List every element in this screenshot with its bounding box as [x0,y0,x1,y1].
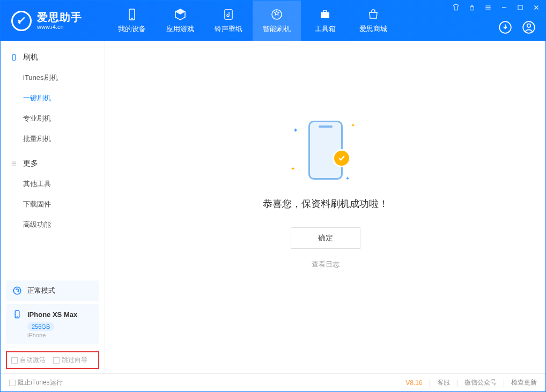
svg-rect-4 [321,12,329,18]
tab-label: 工具箱 [315,24,336,34]
sparkle-icon: ✦ [293,127,298,134]
status-mode-box[interactable]: 正常模式 [6,280,99,301]
logo-area: 爱思助手 www.i4.cn [1,11,108,31]
tab-label: 爱思商城 [359,24,387,34]
section-header-label: 更多 [23,159,38,168]
svg-point-16 [527,24,531,28]
device-type: iPhone [27,332,93,338]
sidebar-item-advanced[interactable]: 高级功能 [1,215,105,235]
svg-rect-6 [470,7,474,10]
footer-link-wechat[interactable]: 微信公众号 [464,378,497,387]
tab-label: 应用游戏 [166,24,194,34]
tab-my-device[interactable]: 我的设备 [108,1,156,41]
device-name: iPhone XS Max [27,310,77,319]
sparkle-icon: ✦ [345,175,350,181]
status-mode-label: 正常模式 [27,286,55,295]
svg-rect-5 [323,11,327,12]
opt-skip-guide[interactable]: 跳过向导 [53,356,87,365]
phone-icon [12,309,22,319]
svg-rect-2 [225,10,232,19]
view-log-link[interactable]: 查看日志 [312,260,340,269]
bottom-options-highlighted: 自动激活 跳过向导 [6,351,99,369]
sidebar-item-itunes-flash[interactable]: iTunes刷机 [1,68,105,88]
app-subtitle: www.i4.cn [37,24,82,31]
checkbox[interactable] [11,357,18,364]
footer-link-update[interactable]: 检查更新 [511,378,537,387]
app-logo-icon [11,11,32,31]
header-right-icons [498,20,536,34]
svg-rect-11 [518,5,522,10]
app-header: 爱思助手 www.i4.cn 我的设备 应用游戏 铃声壁纸 智能刷机 工具箱 爱… [1,1,545,41]
tab-store[interactable]: 爱思商城 [349,1,397,41]
main-content: ✦ ✦ ✦ ✦ 恭喜您，保资料刷机成功啦！ 确定 查看日志 [105,41,545,373]
section-header-label: 刷机 [23,53,38,62]
checkbox[interactable] [9,380,16,386]
window-controls [452,4,540,11]
tab-ringtones-wallpapers[interactable]: 铃声壁纸 [204,1,253,41]
success-illustration: ✦ ✦ ✦ ✦ [291,118,360,182]
sidebar-section-more: 更多 [1,153,105,174]
tab-label: 智能刷机 [263,24,291,34]
success-message: 恭喜您，保资料刷机成功啦！ [263,197,388,210]
device-box[interactable]: iPhone XS Max 256GB iPhone [6,304,99,344]
close-icon[interactable] [533,4,540,11]
menu-icon[interactable] [484,4,492,11]
nav-tabs: 我的设备 应用游戏 铃声壁纸 智能刷机 工具箱 爱思商城 [108,1,397,41]
shirt-icon[interactable] [452,4,460,11]
svg-point-21 [13,287,21,294]
footer: 阻止iTunes运行 V8.16 | 客服 | 微信公众号 | 检查更新 [1,373,545,391]
device-storage: 256GB [27,322,54,331]
sidebar-item-pro-flash[interactable]: 专业刷机 [1,108,105,129]
sidebar-item-download-firmware[interactable]: 下载固件 [1,194,105,215]
check-badge-icon [333,149,351,167]
sparkle-icon: ✦ [351,122,355,128]
maximize-icon[interactable] [517,4,524,11]
sidebar: 刷机 iTunes刷机 一键刷机 专业刷机 批量刷机 更多 其他工具 下载固件 … [1,41,105,373]
sparkle-icon: ✦ [291,166,295,172]
opt-label: 自动激活 [20,356,46,365]
opt-block-itunes[interactable]: 阻止iTunes运行 [9,378,63,387]
sidebar-item-other-tools[interactable]: 其他工具 [1,174,105,194]
tab-label: 我的设备 [118,24,146,34]
footer-link-support[interactable]: 客服 [437,378,450,387]
lock-icon[interactable] [468,4,476,11]
tab-smart-flash[interactable]: 智能刷机 [253,1,301,41]
list-icon [10,160,18,167]
sync-icon [12,286,22,295]
user-icon[interactable] [522,20,536,34]
confirm-button[interactable]: 确定 [291,227,360,249]
opt-auto-activate[interactable]: 自动激活 [11,356,46,365]
tab-toolbox[interactable]: 工具箱 [301,1,349,41]
device-icon [10,54,18,61]
app-title: 爱思助手 [37,11,82,24]
sidebar-item-batch-flash[interactable]: 批量刷机 [1,129,105,149]
sidebar-item-oneclick-flash[interactable]: 一键刷机 [1,88,105,108]
opt-label: 阻止iTunes运行 [18,378,63,387]
svg-rect-17 [12,55,16,61]
minimize-icon[interactable] [500,4,508,11]
opt-label: 跳过向导 [62,356,87,365]
body-area: 刷机 iTunes刷机 一键刷机 专业刷机 批量刷机 更多 其他工具 下载固件 … [1,41,545,373]
tab-label: 铃声壁纸 [215,24,242,34]
sidebar-section-flash: 刷机 [1,47,105,68]
download-icon[interactable] [498,20,512,34]
tab-apps-games[interactable]: 应用游戏 [156,1,204,41]
version-label: V8.16 [405,379,422,387]
checkbox[interactable] [53,357,60,364]
